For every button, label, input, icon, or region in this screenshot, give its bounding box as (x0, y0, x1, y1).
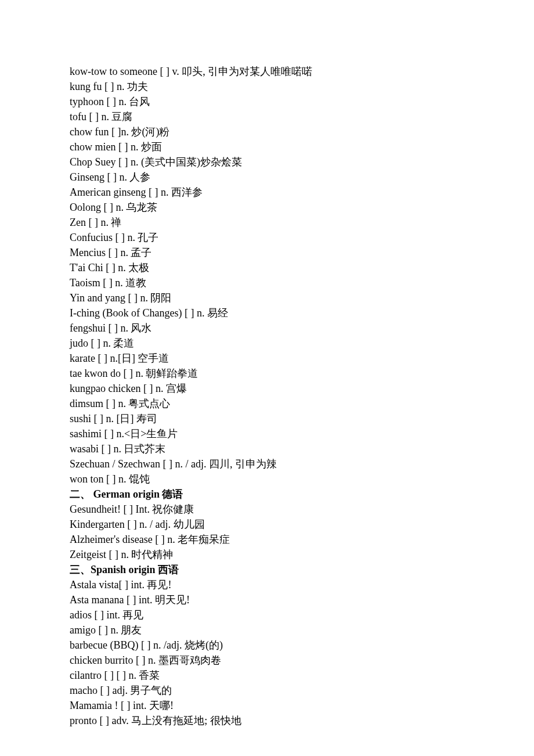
vocab-entry: Taoism [ ] n. 道教 (70, 275, 464, 290)
vocab-entry: won ton [ ] n. 馄饨 (70, 471, 464, 487)
vocab-entry: adios [ ] int. 再见 (70, 607, 464, 622)
vocab-entry: kung fu [ ] n. 功夫 (70, 79, 464, 94)
vocab-entry: pronto [ ] adv. 马上没有拖延地; 很快地 (70, 713, 464, 728)
vocab-entry: sushi [ ] n. [日] 寿司 (70, 411, 464, 426)
vocab-entry: Mencius [ ] n. 孟子 (70, 245, 464, 260)
vocab-entry: amigo [ ] n. 朋友 (70, 622, 464, 638)
vocab-entry: wasabi [ ] n. 日式芥末 (70, 441, 464, 456)
vocab-entry: kow-tow to someone [ ] v. 叩头, 引申为对某人唯唯喏喏 (70, 64, 464, 79)
vocab-entry: tofu [ ] n. 豆腐 (70, 109, 464, 124)
section-heading: 二、 German origin 德语 (70, 487, 464, 502)
vocab-entry: Kindergarten [ ] n. / adj. 幼儿园 (70, 517, 464, 532)
vocab-entry: Yin and yang [ ] n. 阴阳 (70, 290, 464, 305)
vocab-entry: Zeitgeist [ ] n. 时代精神 (70, 547, 464, 562)
vocab-entry: Alzheimer's disease [ ] n. 老年痴呆症 (70, 532, 464, 547)
section-heading: 三、Spanish origin 西语 (70, 562, 464, 577)
vocab-entry: Astala vista[ ] int. 再见! (70, 577, 464, 592)
vocab-entry: Zen [ ] n. 禅 (70, 215, 464, 230)
vocab-entry: Gesundheit! [ ] Int. 祝你健康 (70, 502, 464, 517)
vocab-entry: barbecue (BBQ) [ ] n. /adj. 烧烤(的) (70, 638, 464, 653)
vocab-entry: judo [ ] n. 柔道 (70, 336, 464, 351)
vocab-entry: karate [ ] n.[日] 空手道 (70, 351, 464, 366)
document-page: kow-tow to someone [ ] v. 叩头, 引申为对某人唯唯喏喏… (0, 0, 534, 756)
vocab-entry: kungpao chicken [ ] n. 宫爆 (70, 381, 464, 396)
vocab-entry: typhoon [ ] n. 台风 (70, 94, 464, 109)
vocab-entry: Oolong [ ] n. 乌龙茶 (70, 200, 464, 215)
vocab-entry: chicken burrito [ ] n. 墨西哥鸡肉卷 (70, 653, 464, 668)
vocab-entry: Confucius [ ] n. 孔子 (70, 230, 464, 245)
vocab-entry: sashimi [ ] n.<日>生鱼片 (70, 426, 464, 441)
vocab-entry: chow fun [ ]n. 炒(河)粉 (70, 124, 464, 139)
vocab-entry: Ginseng [ ] n. 人参 (70, 170, 464, 185)
vocab-entry: dimsum [ ] n. 粤式点心 (70, 396, 464, 411)
vocab-entry: tae kwon do [ ] n. 朝鲜跆拳道 (70, 366, 464, 381)
vocab-entry: fengshui [ ] n. 风水 (70, 321, 464, 336)
vocab-entry: American ginseng [ ] n. 西洋参 (70, 185, 464, 200)
vocab-entry: T'ai Chi [ ] n. 太极 (70, 260, 464, 275)
vocab-entry: Mamamia ! [ ] int. 天哪! (70, 698, 464, 713)
vocab-entry: macho [ ] adj. 男子气的 (70, 683, 464, 698)
vocab-entry: cilantro [ ] [ ] n. 香菜 (70, 668, 464, 683)
vocab-entry: chow mien [ ] n. 炒面 (70, 139, 464, 154)
vocab-entry: Chop Suey [ ] n. (美式中国菜)炒杂烩菜 (70, 154, 464, 170)
vocab-entry: Szechuan / Szechwan [ ] n. / adj. 四川, 引申… (70, 456, 464, 471)
vocab-entry: I-ching (Book of Changes) [ ] n. 易经 (70, 305, 464, 321)
vocab-entry: Asta manana [ ] int. 明天见! (70, 592, 464, 607)
